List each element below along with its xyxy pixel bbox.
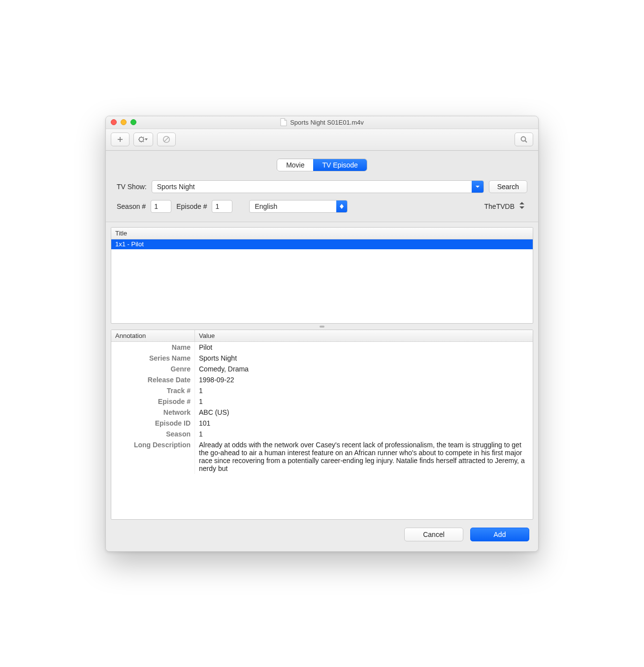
annotations-grid: Annotation Value NamePilotSeries NameSpo… — [111, 330, 533, 520]
window-title: Sports Night S01E01.m4v — [290, 119, 364, 126]
pane-splitter[interactable] — [111, 324, 533, 330]
annotation-key: Name — [111, 342, 195, 353]
episode-label: Episode # — [176, 202, 207, 210]
annotation-row[interactable]: Long DescriptionAlready at odds with the… — [111, 439, 533, 474]
titlebar: Sports Night S01E01.m4v — [106, 116, 538, 129]
language-popup[interactable]: English — [249, 200, 348, 213]
cancel-button[interactable]: Cancel — [404, 528, 463, 541]
results-body[interactable]: 1x1 - Pilot — [111, 239, 533, 323]
minimize-button[interactable] — [121, 119, 127, 125]
svg-point-0 — [139, 137, 144, 142]
segment-tv-episode[interactable]: TV Episode — [313, 159, 366, 171]
zoom-button[interactable] — [130, 119, 136, 125]
updown-icon — [519, 202, 524, 210]
window: Sports Night S01E01.m4v Movie TV Episode — [105, 116, 539, 552]
annotation-key: Episode # — [111, 396, 195, 407]
annotation-value: 1998-09-22 — [195, 374, 533, 385]
tvshow-dropdown-button[interactable] — [472, 181, 483, 193]
annotation-key: Season — [111, 429, 195, 439]
annotation-key: Network — [111, 407, 195, 418]
type-segmented-control: Movie TV Episode — [106, 151, 538, 178]
annotation-key: Release Date — [111, 374, 195, 385]
annotation-key: Genre — [111, 364, 195, 374]
annotation-value: 1 — [195, 385, 533, 396]
results-header[interactable]: Title — [111, 228, 533, 239]
document-icon — [280, 118, 287, 126]
annotation-row[interactable]: GenreComedy, Drama — [111, 364, 533, 374]
results-list: Title 1x1 - Pilot — [111, 227, 533, 324]
dialog-footer: Cancel Add — [106, 520, 538, 551]
column-value[interactable]: Value — [195, 330, 533, 341]
svg-point-2 — [521, 137, 526, 141]
svg-point-1 — [163, 136, 170, 143]
search-sheet: Movie TV Episode TV Show: Sports Night S… — [106, 151, 538, 222]
annotation-value: Sports Night — [195, 353, 533, 364]
annotation-row[interactable]: Season1 — [111, 429, 533, 439]
annotations-body[interactable]: NamePilotSeries NameSports NightGenreCom… — [111, 342, 533, 519]
annotation-row[interactable]: Episode ID101 — [111, 418, 533, 429]
source-value: TheTVDB — [484, 202, 515, 210]
annotation-value: 101 — [195, 418, 533, 429]
annotation-value: 1 — [195, 396, 533, 407]
add-toolbar-button[interactable] — [111, 133, 129, 146]
language-popup-button[interactable] — [336, 200, 347, 212]
close-button[interactable] — [111, 119, 117, 125]
annotation-row[interactable]: Series NameSports Night — [111, 353, 533, 364]
annotation-value: Already at odds with the network over Ca… — [195, 439, 533, 474]
language-value: English — [255, 202, 277, 210]
annotation-row[interactable]: Episode #1 — [111, 396, 533, 407]
window-title-group: Sports Night S01E01.m4v — [106, 118, 538, 126]
column-annotation[interactable]: Annotation — [111, 330, 195, 341]
annotation-row[interactable]: NetworkABC (US) — [111, 407, 533, 418]
result-row[interactable]: 1x1 - Pilot — [111, 239, 533, 249]
annotation-key: Long Description — [111, 439, 195, 474]
annotation-row[interactable]: Track #1 — [111, 385, 533, 396]
tvshow-value: Sports Night — [157, 183, 195, 191]
source-popup[interactable]: TheTVDB — [482, 202, 527, 210]
annotation-key: Series Name — [111, 353, 195, 364]
annotation-value: Pilot — [195, 342, 533, 353]
toolbar — [106, 129, 538, 151]
episode-input[interactable]: 1 — [212, 200, 232, 213]
tvshow-combo[interactable]: Sports Night — [152, 180, 484, 193]
annotation-key: Episode ID — [111, 418, 195, 429]
season-input[interactable]: 1 — [151, 200, 171, 213]
search-toolbar-button[interactable] — [515, 133, 533, 146]
segment-movie[interactable]: Movie — [277, 159, 313, 171]
annotation-row[interactable]: NamePilot — [111, 342, 533, 353]
search-button[interactable]: Search — [489, 180, 527, 193]
annotation-key: Track # — [111, 385, 195, 396]
settings-toolbar-button[interactable] — [133, 133, 153, 146]
annotation-value: 1 — [195, 429, 533, 439]
window-controls — [111, 119, 136, 125]
add-button[interactable]: Add — [470, 528, 529, 541]
annotation-row[interactable]: Release Date1998-09-22 — [111, 374, 533, 385]
cancel-toolbar-button[interactable] — [157, 133, 176, 146]
season-label: Season # — [117, 202, 146, 210]
annotation-value: ABC (US) — [195, 407, 533, 418]
annotation-value: Comedy, Drama — [195, 364, 533, 374]
panes: Title 1x1 - Pilot Annotation Value NameP… — [106, 222, 538, 520]
tvshow-label: TV Show: — [117, 183, 147, 191]
